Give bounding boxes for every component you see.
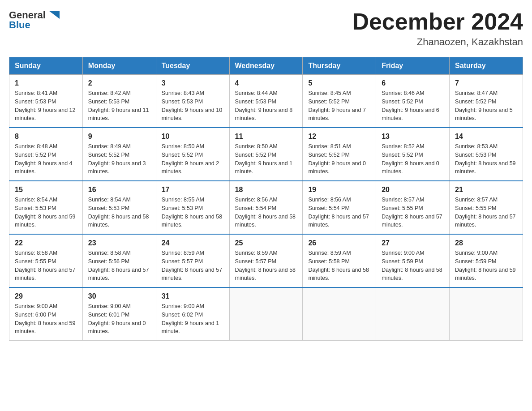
calendar-day-cell: 6 Sunrise: 8:46 AM Sunset: 5:52 PM Dayli… — [376, 75, 450, 128]
day-number: 3 — [162, 79, 224, 87]
sunset-label: Sunset: 5:56 PM — [88, 258, 129, 265]
day-number: 23 — [88, 239, 150, 247]
daylight-label: Daylight: 8 hours and 57 minutes. — [88, 267, 149, 282]
sunrise-label: Sunrise: 8:50 AM — [235, 143, 278, 150]
day-info: Sunrise: 8:59 AM Sunset: 5:57 PM Dayligh… — [235, 249, 297, 283]
day-info: Sunrise: 8:43 AM Sunset: 5:53 PM Dayligh… — [162, 89, 224, 123]
daylight-label: Daylight: 8 hours and 59 minutes. — [15, 214, 76, 228]
sunset-label: Sunset: 5:52 PM — [88, 152, 129, 158]
sunrise-label: Sunrise: 9:00 AM — [88, 303, 131, 309]
calendar-day-cell — [303, 287, 376, 341]
daylight-label: Daylight: 8 hours and 58 minutes. — [235, 214, 296, 228]
calendar-day-cell: 20 Sunrise: 8:57 AM Sunset: 5:55 PM Dayl… — [376, 181, 450, 234]
day-info: Sunrise: 8:45 AM Sunset: 5:52 PM Dayligh… — [308, 89, 370, 123]
calendar-week-row: 29 Sunrise: 9:00 AM Sunset: 6:00 PM Dayl… — [9, 287, 523, 341]
calendar-day-cell: 21 Sunrise: 8:57 AM Sunset: 5:55 PM Dayl… — [450, 181, 523, 234]
daylight-label: Daylight: 8 hours and 58 minutes. — [162, 214, 223, 228]
sunrise-label: Sunrise: 8:59 AM — [162, 250, 204, 256]
calendar-day-cell: 1 Sunrise: 8:41 AM Sunset: 5:53 PM Dayli… — [9, 75, 83, 128]
logo: General Blue — [9, 9, 60, 30]
day-info: Sunrise: 8:42 AM Sunset: 5:53 PM Dayligh… — [88, 89, 150, 123]
day-number: 7 — [455, 79, 517, 87]
sunrise-label: Sunrise: 9:00 AM — [162, 303, 204, 309]
daylight-label: Daylight: 9 hours and 5 minutes. — [455, 107, 513, 122]
calendar-day-cell — [376, 287, 450, 341]
sunset-label: Sunset: 5:52 PM — [455, 98, 496, 105]
day-number: 1 — [15, 79, 77, 87]
daylight-label: Daylight: 9 hours and 3 minutes. — [88, 160, 146, 175]
sunrise-label: Sunrise: 8:43 AM — [162, 90, 204, 96]
day-number: 12 — [308, 133, 370, 141]
day-info: Sunrise: 8:58 AM Sunset: 5:56 PM Dayligh… — [88, 249, 150, 283]
day-number: 18 — [235, 186, 297, 194]
calendar-day-cell: 10 Sunrise: 8:50 AM Sunset: 5:52 PM Dayl… — [156, 128, 229, 181]
sunset-label: Sunset: 6:02 PM — [162, 312, 203, 318]
weekday-header-monday: Monday — [82, 57, 156, 75]
day-number: 25 — [235, 239, 297, 247]
day-number: 24 — [162, 239, 224, 247]
sunset-label: Sunset: 5:55 PM — [15, 258, 56, 265]
day-info: Sunrise: 8:56 AM Sunset: 5:54 PM Dayligh… — [308, 196, 370, 229]
daylight-label: Daylight: 9 hours and 4 minutes. — [15, 160, 73, 175]
page-header: General Blue December 2024 Zhanaozen, Ka… — [9, 9, 523, 48]
sunset-label: Sunset: 5:52 PM — [308, 152, 349, 158]
calendar-day-cell: 27 Sunrise: 9:00 AM Sunset: 5:59 PM Dayl… — [376, 234, 450, 287]
day-info: Sunrise: 8:59 AM Sunset: 5:58 PM Dayligh… — [308, 249, 370, 283]
weekday-header-sunday: Sunday — [9, 57, 83, 75]
day-number: 27 — [382, 239, 444, 247]
day-number: 5 — [308, 79, 370, 87]
sunset-label: Sunset: 5:53 PM — [235, 98, 276, 105]
sunset-label: Sunset: 6:00 PM — [15, 312, 56, 318]
sunset-label: Sunset: 5:59 PM — [382, 258, 423, 265]
day-info: Sunrise: 8:41 AM Sunset: 5:53 PM Dayligh… — [15, 89, 77, 123]
calendar-day-cell: 2 Sunrise: 8:42 AM Sunset: 5:53 PM Dayli… — [82, 75, 156, 128]
daylight-label: Daylight: 9 hours and 1 minute. — [162, 320, 219, 335]
calendar-day-cell: 9 Sunrise: 8:49 AM Sunset: 5:52 PM Dayli… — [82, 128, 156, 181]
day-info: Sunrise: 9:00 AM Sunset: 6:02 PM Dayligh… — [162, 302, 224, 336]
daylight-label: Daylight: 8 hours and 58 minutes. — [308, 267, 369, 282]
month-title: December 2024 — [352, 9, 523, 34]
sunset-label: Sunset: 5:54 PM — [308, 205, 349, 211]
sunrise-label: Sunrise: 8:47 AM — [455, 90, 498, 96]
sunrise-label: Sunrise: 8:58 AM — [15, 250, 57, 256]
sunrise-label: Sunrise: 8:57 AM — [455, 197, 498, 203]
calendar-day-cell: 30 Sunrise: 9:00 AM Sunset: 6:01 PM Dayl… — [82, 287, 156, 341]
day-number: 2 — [88, 79, 150, 87]
sunset-label: Sunset: 5:52 PM — [15, 152, 56, 158]
sunrise-label: Sunrise: 8:44 AM — [235, 90, 278, 96]
sunrise-label: Sunrise: 8:59 AM — [235, 250, 278, 256]
calendar-day-cell: 22 Sunrise: 8:58 AM Sunset: 5:55 PM Dayl… — [9, 234, 83, 287]
sunrise-label: Sunrise: 8:46 AM — [382, 90, 424, 96]
weekday-header-thursday: Thursday — [303, 57, 376, 75]
day-number: 17 — [162, 186, 224, 194]
sunset-label: Sunset: 5:52 PM — [382, 152, 423, 158]
day-info: Sunrise: 8:58 AM Sunset: 5:55 PM Dayligh… — [15, 249, 77, 283]
calendar-week-row: 8 Sunrise: 8:48 AM Sunset: 5:52 PM Dayli… — [9, 128, 523, 181]
daylight-label: Daylight: 9 hours and 0 minutes. — [308, 160, 366, 175]
daylight-label: Daylight: 9 hours and 0 minutes. — [88, 320, 146, 335]
calendar-day-cell: 12 Sunrise: 8:51 AM Sunset: 5:52 PM Dayl… — [303, 128, 376, 181]
daylight-label: Daylight: 8 hours and 57 minutes. — [15, 267, 76, 282]
daylight-label: Daylight: 8 hours and 57 minutes. — [162, 267, 223, 282]
calendar-day-cell: 7 Sunrise: 8:47 AM Sunset: 5:52 PM Dayli… — [450, 75, 523, 128]
sunrise-label: Sunrise: 8:58 AM — [88, 250, 131, 256]
calendar-table: SundayMondayTuesdayWednesdayThursdayFrid… — [9, 57, 523, 341]
sunrise-label: Sunrise: 9:00 AM — [382, 250, 424, 256]
day-number: 26 — [308, 239, 370, 247]
sunrise-label: Sunrise: 8:54 AM — [88, 197, 131, 203]
day-info: Sunrise: 8:50 AM Sunset: 5:52 PM Dayligh… — [235, 142, 297, 176]
calendar-day-cell — [450, 287, 523, 341]
calendar-day-cell: 18 Sunrise: 8:56 AM Sunset: 5:54 PM Dayl… — [229, 181, 303, 234]
calendar-day-cell: 26 Sunrise: 8:59 AM Sunset: 5:58 PM Dayl… — [303, 234, 376, 287]
sunset-label: Sunset: 5:54 PM — [235, 205, 276, 211]
calendar-day-cell: 14 Sunrise: 8:53 AM Sunset: 5:53 PM Dayl… — [450, 128, 523, 181]
sunset-label: Sunset: 5:53 PM — [455, 152, 496, 158]
day-info: Sunrise: 8:59 AM Sunset: 5:57 PM Dayligh… — [162, 249, 224, 283]
daylight-label: Daylight: 8 hours and 57 minutes. — [308, 214, 369, 228]
sunset-label: Sunset: 5:53 PM — [162, 98, 203, 105]
sunrise-label: Sunrise: 8:57 AM — [382, 197, 424, 203]
daylight-label: Daylight: 9 hours and 11 minutes. — [88, 107, 149, 122]
calendar-day-cell: 8 Sunrise: 8:48 AM Sunset: 5:52 PM Dayli… — [9, 128, 83, 181]
day-info: Sunrise: 9:00 AM Sunset: 5:59 PM Dayligh… — [382, 249, 444, 283]
day-info: Sunrise: 8:50 AM Sunset: 5:52 PM Dayligh… — [162, 142, 224, 176]
